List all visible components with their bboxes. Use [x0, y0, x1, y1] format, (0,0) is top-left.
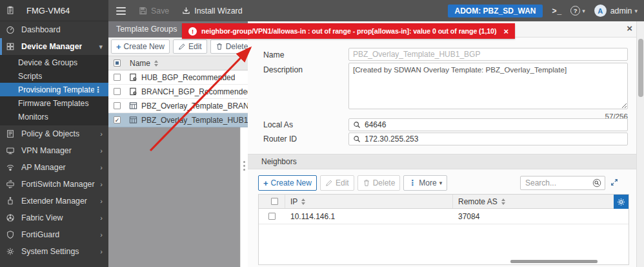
sidebar-item-dashboard[interactable]: Dashboard — [0, 21, 108, 38]
tab-template-groups[interactable]: Template Groups — [108, 25, 177, 34]
neighbors-create-new-button[interactable]: + Create New — [258, 175, 317, 191]
select-all-checkbox[interactable] — [271, 198, 278, 205]
panel-resize-handle[interactable] — [243, 161, 247, 171]
hamburger-menu-icon[interactable] — [116, 7, 126, 15]
delete-button[interactable]: Delete — [210, 39, 248, 54]
sidebar-item-device-groups[interactable]: Device & Groups — [0, 56, 108, 69]
edit-button[interactable]: Edit — [173, 39, 207, 54]
row-checkbox[interactable] — [268, 213, 276, 220]
select-all-checkbox[interactable] — [114, 59, 121, 67]
close-icon[interactable]: × — [627, 23, 632, 34]
table-row[interactable]: ✓PBZ_Overlay_Template_HUB1_BG — [108, 113, 248, 127]
ap-icon — [6, 163, 16, 173]
clipboard-icon — [6, 6, 16, 16]
sidebar-item-device-manager[interactable]: Device Manager▾ — [0, 38, 108, 55]
sidebar: FMG-VM64 DashboardDevice Manager▾Device … — [0, 0, 108, 267]
sidebar-item-fabric-view[interactable]: Fabric View› — [0, 209, 108, 226]
description-label: Description — [263, 65, 303, 74]
column-settings-button[interactable] — [614, 195, 629, 209]
neighbors-edit-button[interactable]: Edit — [320, 175, 354, 191]
router-id-input[interactable]: 172.30.255.253 — [348, 133, 628, 145]
sidebar-item-vpn-manager[interactable]: VPN Manager› — [0, 142, 108, 159]
name-label: Name — [263, 50, 285, 59]
chevron-right-icon: › — [100, 180, 103, 188]
local-as-value: 64646 — [365, 120, 386, 129]
template-grid-icon — [129, 116, 137, 124]
template-name: PBZ_Overlay_Template_BRANCH_ — [141, 101, 248, 111]
row-checkbox[interactable]: ✓ — [114, 116, 121, 123]
row-checkbox[interactable] — [114, 102, 121, 109]
chevron-down-icon: ▾ — [439, 180, 443, 186]
chevron-right-icon: › — [100, 147, 103, 155]
magnifier-icon — [353, 134, 361, 144]
sidebar-item-policy-objects[interactable]: Policy & Objects› — [0, 125, 108, 142]
table-row[interactable]: HUB_BGP_Recommended — [108, 70, 248, 85]
help-icon: ? — [570, 6, 580, 16]
sidebar-item-firmware-templates[interactable]: Firmware Templates — [0, 96, 108, 110]
row-checkbox[interactable] — [114, 88, 121, 95]
install-wizard-button[interactable]: Install Wizard — [182, 6, 242, 16]
fabric-icon — [6, 213, 16, 223]
error-message: neighbor-group/VPN1/allowas-in : out of … — [201, 27, 496, 35]
local-as-input[interactable]: 64646 — [348, 118, 628, 131]
dashboard-icon — [6, 25, 16, 35]
chevron-down-icon: ▾ — [99, 43, 103, 51]
kebab-menu-icon: ⋮ — [408, 178, 416, 187]
pencil-icon — [325, 178, 333, 188]
sidebar-item-label: Dashboard — [21, 25, 61, 34]
description-textarea[interactable]: [Created by SDWAN Overlay Template: PBZ_… — [348, 63, 628, 109]
remote-as-column-header[interactable]: Remote AS — [452, 195, 615, 208]
sidebar-item-system-settings[interactable]: System Settings› — [0, 243, 108, 260]
sidebar-item-fortiguard[interactable]: FortiGuard› — [0, 226, 108, 243]
sidebar-item-monitors[interactable]: Monitors — [0, 110, 108, 123]
sidebar-item-scripts[interactable]: Scripts — [0, 69, 108, 83]
policy-icon — [6, 129, 16, 139]
chevron-right-icon: › — [100, 231, 103, 239]
sidebar-item-ap-manager[interactable]: AP Manager› — [0, 159, 108, 176]
save-button[interactable]: Save — [139, 6, 169, 16]
neighbor-row[interactable]: 10.114.146.137084 — [259, 209, 629, 224]
sidebar-item-provisioning-templates[interactable]: Provisioning Templates⋮ — [0, 83, 108, 96]
kebab-menu-icon[interactable]: ⋮ — [94, 85, 103, 94]
vertical-scrollbar-thumb[interactable] — [638, 39, 643, 97]
list-table-header: Name — [108, 56, 248, 70]
neighbors-more-button[interactable]: ⋮ More ▾ — [403, 175, 447, 191]
search-input[interactable] — [521, 178, 592, 187]
chevron-down-icon: ▾ — [634, 8, 638, 14]
neighbors-table-header: IP Remote AS — [259, 195, 629, 209]
topbar-right: ADOM: PBZ_SD_WAN >_ ? ▾ A admin ▾ — [448, 5, 638, 17]
table-row[interactable]: PBZ_Overlay_Template_BRANCH_ — [108, 99, 248, 113]
sidebar-nav: DashboardDevice Manager▾Device & GroupsS… — [0, 21, 108, 260]
sidebar-submenu: Device & GroupsScriptsProvisioning Templ… — [0, 55, 108, 125]
template-grid-icon — [129, 101, 137, 110]
edit-label: Edit — [336, 178, 349, 187]
settings-icon — [6, 247, 16, 257]
sidebar-item-extender-manager[interactable]: Extender Manager› — [0, 193, 108, 209]
avatar[interactable]: A — [594, 5, 607, 17]
table-row[interactable]: BRANCH_BGP_Recommended — [108, 85, 248, 99]
adom-button[interactable]: ADOM: PBZ_SD_WAN — [448, 5, 542, 17]
install-wizard-label: Install Wizard — [194, 6, 242, 16]
close-icon[interactable]: × — [503, 27, 508, 36]
expand-table-icon[interactable] — [610, 178, 618, 186]
sidebar-item-label: Device & Groups — [18, 58, 77, 67]
help-menu[interactable]: ? ▾ — [570, 6, 585, 16]
search-icon[interactable] — [592, 178, 601, 187]
device-manager-icon — [6, 42, 16, 52]
cli-console-button[interactable]: >_ — [552, 6, 563, 16]
create-new-button[interactable]: + Create New — [111, 39, 170, 54]
neighbor-remote-as: 37084 — [452, 209, 615, 224]
name-column-header[interactable]: Name — [130, 59, 150, 68]
sort-icon — [301, 198, 305, 205]
ip-column-header[interactable]: IP — [285, 195, 452, 208]
sidebar-item-fortiswitch-manager[interactable]: FortiSwitch Manager› — [0, 176, 108, 193]
name-input[interactable] — [348, 48, 628, 61]
neighbor-ip: 10.114.146.1 — [285, 209, 452, 224]
vertical-scrollbar-track[interactable] — [636, 21, 644, 267]
floppy-icon — [139, 6, 147, 16]
chevron-down-icon: ▾ — [582, 8, 585, 14]
row-checkbox[interactable] — [114, 74, 121, 81]
neighbors-delete-button[interactable]: Delete — [357, 175, 401, 191]
horizontal-scrollbar[interactable] — [510, 260, 598, 263]
error-banner: ! neighbor-group/VPN1/allowas-in : out o… — [182, 23, 515, 39]
